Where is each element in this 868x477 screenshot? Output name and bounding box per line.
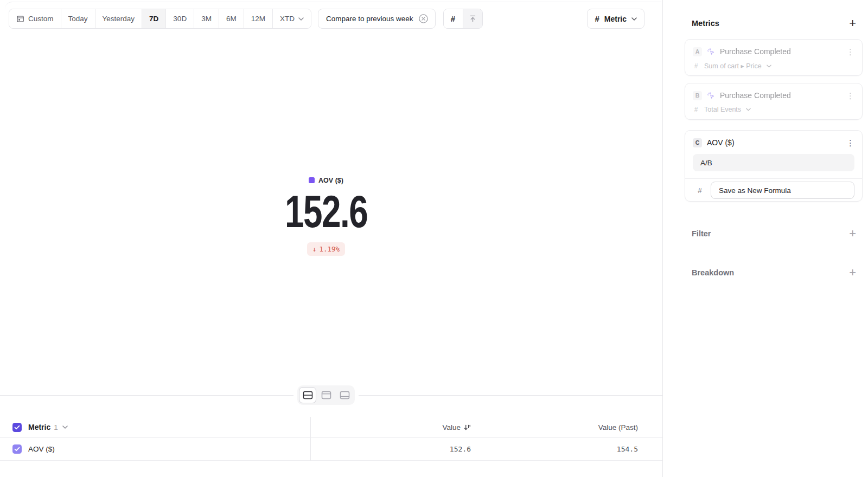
more-options-button[interactable]: ⋮ xyxy=(846,92,854,100)
metric-count: 1 xyxy=(54,423,58,431)
metric-badge: B xyxy=(693,91,702,100)
table-row[interactable]: AOV ($) 152.6 154.5 xyxy=(0,438,662,461)
change-percent: 1.19% xyxy=(319,245,340,253)
value-past-column-header[interactable]: Value (Past) xyxy=(598,423,638,431)
metric-title: AOV ($) xyxy=(707,138,735,147)
date-range-7d[interactable]: 7D xyxy=(142,9,165,28)
event-icon xyxy=(707,48,715,56)
date-range-label: 6M xyxy=(226,15,237,23)
layout-split-icon xyxy=(303,391,313,399)
date-range-30d[interactable]: 30D xyxy=(165,9,194,28)
date-range-label: XTD xyxy=(280,15,295,23)
metric-type-label: Metric xyxy=(604,15,627,23)
value-cell: 152.6 xyxy=(450,445,471,453)
date-range-label: 3M xyxy=(201,15,212,23)
chevron-down-icon xyxy=(631,17,637,21)
metric-badge: A xyxy=(693,47,702,56)
layout-top-icon xyxy=(321,391,331,399)
view-toggle-number[interactable]: # xyxy=(444,9,463,28)
add-metric-button[interactable]: + xyxy=(849,17,856,29)
date-range-label: 30D xyxy=(173,15,187,23)
legend-color-swatch xyxy=(309,177,315,183)
legend: AOV ($) xyxy=(309,177,343,184)
hash-icon: # xyxy=(693,186,707,195)
aggregation-selector[interactable]: # Sum of cart ▸ Price xyxy=(693,62,854,70)
aggregation-selector[interactable]: # Total Events xyxy=(693,106,854,113)
value-column-header[interactable]: Value xyxy=(442,423,471,431)
value-header-label: Value xyxy=(442,423,461,431)
table-header-row: Metric 1 Value Value (Past) xyxy=(0,417,662,438)
view-toggle-group: # xyxy=(443,9,483,29)
date-range-label: 12M xyxy=(251,15,265,23)
metrics-title: Metrics xyxy=(692,19,719,28)
metric-card-a[interactable]: A Purchase Completed ⋮ # Sum of cart ▸ P… xyxy=(685,39,863,76)
legend-label: AOV ($) xyxy=(318,177,343,184)
compare-chip[interactable]: Compare to previous week xyxy=(318,9,436,29)
date-range-label: Custom xyxy=(28,15,54,23)
card-divider xyxy=(685,178,862,179)
chevron-down-icon[interactable] xyxy=(62,426,68,429)
row-checkbox[interactable] xyxy=(12,444,22,454)
more-options-button[interactable]: ⋮ xyxy=(846,48,854,56)
metric-title: Purchase Completed xyxy=(720,47,791,56)
metric-badge: C xyxy=(693,138,702,147)
metrics-section-header: Metrics + xyxy=(692,17,856,29)
aggregation-label: Total Events xyxy=(704,106,741,113)
layout-bottom-button[interactable] xyxy=(336,387,353,403)
date-range-custom[interactable]: Custom xyxy=(9,9,61,28)
save-formula-button[interactable]: Save as New Formula xyxy=(711,182,854,199)
breakdown-title: Breakdown xyxy=(692,268,734,277)
hash-icon: # xyxy=(595,14,599,23)
layout-split-button[interactable] xyxy=(299,387,316,403)
date-range-yesterday[interactable]: Yesterday xyxy=(95,9,142,28)
arrow-up-to-line-icon xyxy=(469,15,477,23)
chevron-down-icon xyxy=(298,17,304,21)
hash-icon: # xyxy=(451,14,455,23)
breakdown-section-header: Breakdown + xyxy=(692,267,856,279)
date-range-label: Today xyxy=(68,15,88,23)
event-icon xyxy=(707,92,715,100)
metric-title: Purchase Completed xyxy=(720,91,791,100)
change-badge: ↓ 1.19% xyxy=(307,242,345,256)
hash-icon: # xyxy=(693,62,699,70)
metric-column-header[interactable]: Metric xyxy=(28,423,50,431)
select-all-checkbox[interactable] xyxy=(12,423,22,432)
query-sidebar: Metrics + A Purchase Completed ⋮ # Sum o… xyxy=(663,0,868,477)
date-range-6m[interactable]: 6M xyxy=(219,9,244,28)
calendar-icon xyxy=(16,15,24,23)
metric-type-button[interactable]: # Metric xyxy=(587,9,644,29)
big-number-value: 152.6 xyxy=(0,189,652,234)
layout-bottom-icon xyxy=(340,391,350,399)
metric-card-c[interactable]: C AOV ($) ⋮ A/B # Save as New Formula xyxy=(685,130,863,202)
filter-section-header: Filter + xyxy=(692,228,856,240)
date-range-3m[interactable]: 3M xyxy=(194,9,219,28)
layout-toggle-group xyxy=(297,385,355,405)
toolbar: Custom Today Yesterday 7D 30D 3M 6M 12M … xyxy=(9,9,644,29)
metric-card-b[interactable]: B Purchase Completed ⋮ # Total Events xyxy=(685,83,863,120)
formula-input[interactable]: A/B xyxy=(693,154,854,171)
chevron-down-icon xyxy=(767,65,771,68)
add-breakdown-button[interactable]: + xyxy=(849,267,856,279)
layout-top-button[interactable] xyxy=(317,387,335,403)
filter-title: Filter xyxy=(692,229,711,238)
date-range-12m[interactable]: 12M xyxy=(244,9,272,28)
date-range-label: Yesterday xyxy=(103,15,135,23)
main-panel: Custom Today Yesterday 7D 30D 3M 6M 12M … xyxy=(0,0,663,477)
metric-name: AOV ($) xyxy=(28,445,55,453)
date-range-xtd[interactable]: XTD xyxy=(272,9,311,28)
date-range-group: Custom Today Yesterday 7D 30D 3M 6M 12M … xyxy=(9,9,311,29)
table-column-divider xyxy=(310,417,311,461)
add-filter-button[interactable]: + xyxy=(849,228,856,240)
aggregation-label: Sum of cart ▸ Price xyxy=(704,62,762,70)
view-toggle-trend[interactable] xyxy=(463,9,482,28)
value-past-cell: 154.5 xyxy=(617,445,638,453)
compare-chip-label: Compare to previous week xyxy=(326,15,413,23)
insights-app: Custom Today Yesterday 7D 30D 3M 6M 12M … xyxy=(0,0,868,477)
metric-summary: AOV ($) 152.6 ↓ 1.19% xyxy=(0,176,652,256)
date-range-today[interactable]: Today xyxy=(61,9,95,28)
arrow-down-icon: ↓ xyxy=(312,245,317,253)
remove-compare-icon[interactable] xyxy=(418,14,429,24)
more-options-button[interactable]: ⋮ xyxy=(846,139,854,147)
sort-descending-icon xyxy=(464,424,471,431)
date-range-label: 7D xyxy=(149,15,158,23)
